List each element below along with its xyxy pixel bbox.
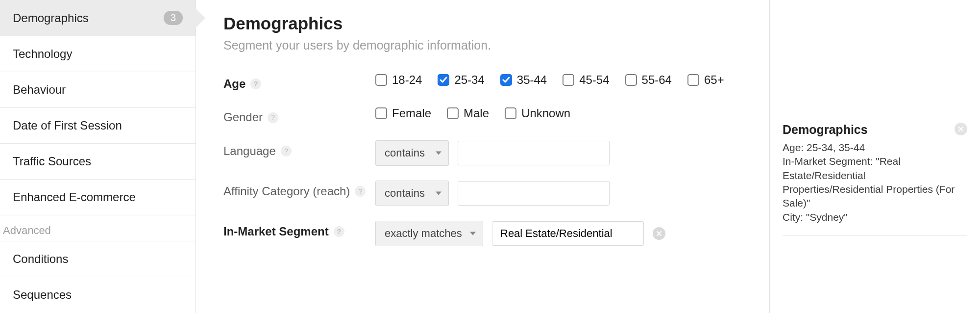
age-option[interactable]: 65+ — [687, 73, 724, 87]
chevron-down-icon — [436, 151, 441, 155]
help-icon[interactable]: ? — [268, 112, 278, 123]
checkbox[interactable] — [447, 107, 459, 119]
sidebar-item-demographics[interactable]: Demographics 3 — [0, 0, 196, 36]
page-subtitle: Segment your users by demographic inform… — [223, 38, 742, 52]
sidebar-item-label: Demographics — [13, 11, 89, 25]
affinity-controls: contains — [375, 181, 742, 206]
age-option-label: 45-54 — [579, 73, 609, 87]
checkbox[interactable] — [563, 74, 574, 86]
row-gender: Gender ? FemaleMaleUnknown — [223, 106, 742, 125]
label-age: Age ? — [223, 73, 375, 92]
affinity-operator-select[interactable]: contains — [375, 181, 449, 206]
sidebar-item-enhanced-ecommerce[interactable]: Enhanced E-commerce — [0, 180, 196, 215]
gender-option[interactable]: Female — [375, 106, 431, 120]
age-option-label: 18-24 — [392, 73, 422, 87]
age-option[interactable]: 45-54 — [563, 73, 609, 87]
label-language: Language ? — [223, 140, 375, 159]
age-option-label: 55-64 — [642, 73, 672, 87]
sidebar-item-traffic-sources[interactable]: Traffic Sources — [0, 144, 196, 180]
sidebar-section-advanced: Advanced — [0, 215, 196, 241]
sidebar: Demographics 3 Technology Behaviour Date… — [0, 0, 196, 313]
sidebar-item-label: Conditions — [13, 252, 68, 266]
label-affinity-text: Affinity Category (reach) — [223, 183, 350, 199]
age-option[interactable]: 18-24 — [375, 73, 422, 87]
checkbox[interactable] — [625, 74, 637, 86]
row-age: Age ? 18-2425-3435-4445-5455-6465+ — [223, 73, 742, 92]
gender-option[interactable]: Unknown — [505, 106, 570, 120]
sidebar-item-sequences[interactable]: Sequences — [0, 277, 196, 313]
summary-title: Demographics — [783, 123, 967, 137]
label-age-text: Age — [223, 76, 245, 92]
help-icon[interactable]: ? — [281, 146, 292, 156]
checkbox[interactable] — [375, 107, 387, 119]
age-option-label: 65+ — [704, 73, 724, 87]
affinity-operator-text: contains — [385, 187, 425, 199]
checkbox[interactable] — [375, 74, 387, 86]
inmarket-input[interactable] — [492, 221, 644, 246]
gender-option-label: Female — [392, 106, 431, 120]
sidebar-item-date-of-first-session[interactable]: Date of First Session — [0, 108, 196, 144]
inmarket-controls: exactly matches — [375, 221, 742, 246]
label-gender-text: Gender — [223, 109, 263, 125]
sidebar-item-label: Enhanced E-commerce — [13, 190, 136, 204]
gender-options: FemaleMaleUnknown — [375, 106, 742, 120]
clear-icon[interactable] — [653, 227, 665, 240]
sidebar-item-label: Date of First Session — [13, 119, 122, 132]
summary-panel: Demographics Age: 25-34, 35-44 In-Market… — [769, 0, 980, 313]
checkbox[interactable] — [687, 74, 699, 86]
help-icon[interactable]: ? — [355, 186, 366, 197]
age-option[interactable]: 55-64 — [625, 73, 672, 87]
label-inmarket-text: In-Market Segment — [223, 224, 329, 239]
age-option-label: 35-44 — [517, 73, 547, 87]
age-option[interactable]: 35-44 — [500, 73, 547, 87]
summary-line: In-Market Segment: "Real Estate/Resident… — [783, 155, 967, 210]
inmarket-operator-select[interactable]: exactly matches — [375, 221, 483, 246]
checkbox[interactable] — [500, 74, 512, 86]
sidebar-item-technology[interactable]: Technology — [0, 36, 196, 72]
help-icon[interactable]: ? — [250, 78, 261, 89]
close-icon[interactable] — [955, 123, 967, 135]
age-options: 18-2425-3435-4445-5455-6465+ — [375, 73, 742, 87]
language-input[interactable] — [458, 141, 610, 165]
chevron-down-icon — [436, 191, 441, 195]
label-inmarket: In-Market Segment ? — [223, 221, 375, 239]
sidebar-item-conditions[interactable]: Conditions — [0, 241, 196, 277]
sidebar-item-label: Behaviour — [13, 83, 66, 97]
checkbox[interactable] — [505, 107, 516, 119]
label-gender: Gender ? — [223, 106, 375, 125]
language-controls: contains — [375, 140, 742, 166]
gender-option-label: Male — [464, 106, 489, 120]
row-affinity: Affinity Category (reach) ? contains — [223, 181, 742, 206]
summary-line: Age: 25-34, 35-44 — [783, 141, 967, 155]
chevron-down-icon — [470, 232, 476, 235]
age-option-label: 25-34 — [454, 73, 484, 87]
summary-card: Demographics Age: 25-34, 35-44 In-Market… — [783, 123, 967, 235]
label-affinity: Affinity Category (reach) ? — [223, 181, 375, 199]
language-operator-select[interactable]: contains — [375, 140, 449, 166]
age-option[interactable]: 25-34 — [438, 73, 484, 87]
inmarket-operator-text: exactly matches — [385, 227, 462, 239]
row-language: Language ? contains — [223, 140, 742, 166]
main-panel: Demographics Segment your users by demog… — [196, 0, 769, 313]
sidebar-item-label: Sequences — [13, 288, 72, 302]
affinity-input[interactable] — [458, 181, 610, 206]
help-icon[interactable]: ? — [334, 226, 344, 237]
page-title: Demographics — [223, 14, 742, 33]
row-inmarket: In-Market Segment ? exactly matches — [223, 221, 742, 246]
label-language-text: Language — [223, 143, 276, 159]
gender-option[interactable]: Male — [447, 106, 489, 120]
sidebar-badge: 3 — [164, 11, 183, 25]
sidebar-item-label: Technology — [13, 47, 72, 61]
summary-line: City: "Sydney" — [783, 210, 967, 224]
language-operator-text: contains — [385, 147, 425, 159]
gender-option-label: Unknown — [521, 106, 570, 120]
sidebar-item-behaviour[interactable]: Behaviour — [0, 72, 196, 108]
checkbox[interactable] — [438, 74, 449, 86]
sidebar-item-label: Traffic Sources — [13, 155, 91, 168]
